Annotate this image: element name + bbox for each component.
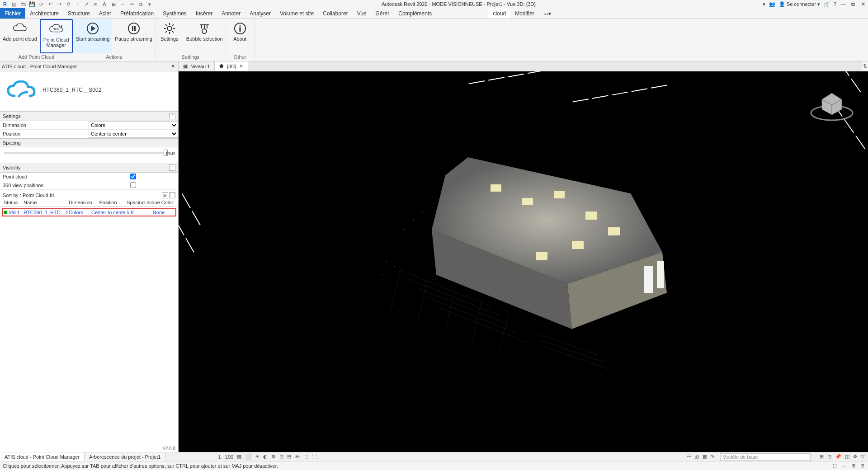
tab-systemes[interactable]: Systèmes (158, 8, 191, 19)
status-icn1[interactable]: ⬚ (832, 463, 838, 469)
minimize-icon[interactable]: — (840, 1, 846, 7)
app-menu-icon[interactable]: ▥ (11, 1, 17, 7)
collapse-icon-2[interactable]: ˄ (169, 164, 175, 171)
drag-icon[interactable]: ✥ (853, 454, 857, 460)
version-label: v2.0.0 (163, 446, 175, 451)
section-icon[interactable]: ⊞ (110, 1, 117, 7)
bottom-tab-pcm[interactable]: ATIS.cloud - Point Cloud Manager (0, 452, 85, 461)
reveal-icon[interactable]: ⛶ (311, 454, 316, 460)
sun-icon[interactable]: ☀ (255, 454, 259, 460)
viewcube[interactable] (809, 85, 854, 126)
tab-gerer[interactable]: Gérer (371, 8, 394, 19)
sort-columns-icon[interactable]: ⋮⋮ (169, 192, 175, 198)
shadow-icon[interactable]: ◐ (263, 454, 268, 460)
worksets-icon[interactable]: ▦ (703, 454, 707, 460)
position-select[interactable]: Center to center (89, 130, 178, 138)
open-icon[interactable]: ⭾ (20, 1, 26, 7)
3d-viewport[interactable] (179, 71, 868, 452)
section-spacing[interactable]: Spacing (0, 138, 178, 147)
status-icn4[interactable]: ⊟ (859, 463, 865, 469)
section-visibility[interactable]: Visibility ˄ (0, 163, 178, 173)
filter-icon[interactable]: ☲ (687, 454, 691, 460)
point-cloud-manager-button[interactable]: 360 Point Cloud Manager (40, 19, 73, 53)
crop-border (572, 85, 667, 103)
bubble-selection-button[interactable]: Bubble selection (184, 19, 226, 53)
tab-inserer[interactable]: Insérer (191, 8, 217, 19)
status-icn2[interactable]: ↔ (841, 463, 847, 469)
paste-icon[interactable]: ▾ (146, 1, 153, 7)
status-icn3[interactable]: ⊞ (850, 463, 856, 469)
section-settings[interactable]: Settings ˄ (0, 111, 178, 121)
tab-vue[interactable]: Vue (353, 8, 371, 19)
search-icon[interactable]: ▾ (763, 1, 765, 7)
add-point-cloud-button[interactable]: Add point cloud (0, 19, 40, 53)
scale-label[interactable]: 1 : 100 (218, 454, 233, 460)
collapse-icon[interactable]: ˄ (169, 113, 175, 119)
tab-close-icon[interactable]: ✕ (239, 63, 243, 69)
undo-icon[interactable]: ↶ (47, 1, 53, 7)
unhide-icon[interactable]: 👁 (295, 454, 300, 460)
save-icon[interactable]: 💾 (29, 1, 35, 7)
cell-status: Valid (3, 210, 23, 215)
select-face-icon[interactable]: ◫ (845, 454, 849, 460)
arrow-icon[interactable]: → (119, 1, 126, 7)
tab-prefabrication[interactable]: Préfabrication (116, 8, 158, 19)
table-row[interactable]: Valid RTC360_1_RTC__S002 Colors Center t… (2, 208, 176, 216)
tab-extra-icon[interactable]: ▭▾ (539, 8, 556, 19)
tab-complements[interactable]: Compléments (394, 8, 436, 19)
settings-button[interactable]: Settings (156, 19, 184, 53)
pause-streaming-button[interactable]: Pause streaming (112, 19, 155, 53)
list-icon[interactable]: ≔ (128, 1, 135, 7)
cloud-name: RTC360_1_RTC__S002 (42, 87, 101, 93)
select-links-icon[interactable]: ⊞ (820, 454, 824, 460)
cart-icon[interactable]: 🛒 (824, 1, 830, 7)
tab-annoter[interactable]: Annoter (217, 8, 245, 19)
doc-tab-3d[interactable]: ⬢ {3D} ✕ (215, 61, 248, 71)
vis-pc-checkbox[interactable] (130, 174, 136, 179)
about-button[interactable]: About (226, 19, 254, 53)
close-icon[interactable]: ✕ (860, 1, 866, 7)
redo-icon[interactable]: ↷ (56, 1, 62, 7)
sync-icon[interactable]: ⟳ (38, 1, 44, 7)
panel-close-icon[interactable]: ✕ (169, 63, 176, 69)
temp-hide-icon[interactable]: ⬚ (303, 454, 308, 460)
restore-icon[interactable]: ⧉ (850, 1, 856, 7)
tab-analyser[interactable]: Analyser (245, 8, 275, 19)
tab-modifier[interactable]: Modifier (510, 8, 539, 19)
tabs-scroll-icon[interactable]: ⇅ (862, 61, 868, 71)
signin-button[interactable]: 👤 Se connecter ▾ (779, 1, 820, 7)
spacing-slider[interactable] (4, 152, 168, 154)
measure-icon[interactable]: ↗ (83, 1, 90, 7)
people-icon[interactable]: 👥 (769, 1, 775, 7)
detail-icon[interactable]: ▦ (237, 454, 241, 460)
vis-360-checkbox[interactable] (130, 182, 136, 188)
doc-tab-niveau1[interactable]: ▦ Niveau 1 (179, 61, 215, 71)
copy-icon[interactable]: ⧉ (137, 1, 144, 7)
edit-icon[interactable]: ✎ (711, 454, 715, 460)
start-streaming-button[interactable]: Start streaming (73, 19, 113, 53)
tab-collaborer[interactable]: Collaborer (318, 8, 352, 19)
select-pinned-icon[interactable]: 📌 (835, 454, 841, 460)
select-underlay-icon[interactable]: ⊡ (827, 454, 831, 460)
tab-structure[interactable]: Structure (63, 8, 94, 19)
svg-line-11 (172, 31, 174, 33)
print-icon[interactable]: ⎙ (65, 1, 71, 7)
svg-rect-21 (239, 27, 241, 32)
crop-icon[interactable]: ⊡ (279, 454, 283, 460)
crop-show-icon[interactable]: ⊟ (287, 454, 291, 460)
tab-architecture[interactable]: Architecture (25, 8, 63, 19)
render-icon[interactable]: ⚙ (271, 454, 276, 460)
tab-volume[interactable]: Volume et site (275, 8, 318, 19)
tab-acier[interactable]: Acier (94, 8, 116, 19)
filter2-icon[interactable]: ▽ (861, 454, 864, 460)
model-base-input[interactable] (720, 453, 811, 461)
bottom-tab-arbo[interactable]: Arborescence du projet - Projet1 (85, 452, 165, 461)
dimension-select[interactable]: Colors (89, 121, 178, 129)
align-icon[interactable]: ≡ (92, 1, 99, 7)
sort-expand-icon[interactable]: ⊞ (162, 192, 168, 198)
visual-style-icon[interactable]: ⬜ (245, 454, 251, 460)
help-icon[interactable]: ? (834, 1, 836, 7)
tab-fichier[interactable]: Fichier (0, 8, 25, 19)
tab-cloud[interactable]: cloud (488, 8, 510, 19)
text-icon[interactable]: A (101, 1, 108, 7)
